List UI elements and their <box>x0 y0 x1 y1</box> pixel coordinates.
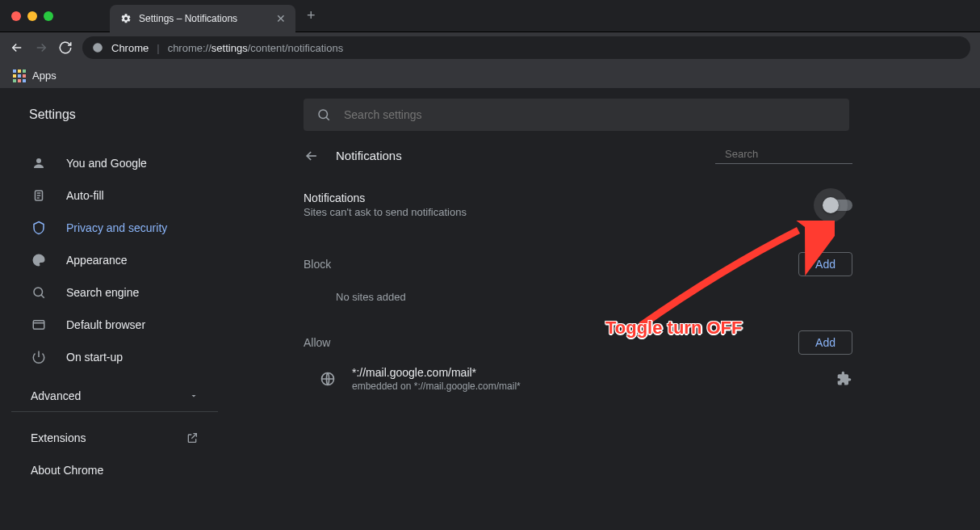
sidebar-item-label: Appearance <box>66 254 128 267</box>
sidebar-item-appearance[interactable]: Appearance <box>11 244 218 276</box>
allow-section-header: Allow Add <box>304 330 852 355</box>
apps-bookmark[interactable]: Apps <box>32 69 57 82</box>
sidebar-item-label: Search engine <box>66 286 139 299</box>
browser-tab[interactable]: Settings – Notifications ✕ <box>110 5 295 32</box>
address-bar[interactable]: Chrome | chrome://settings/content/notif… <box>82 36 970 59</box>
annotation-text: Toggle turn OFF <box>605 318 742 339</box>
allow-label: Allow <box>304 336 330 349</box>
back-button[interactable] <box>10 40 24 55</box>
external-link-icon <box>186 431 199 444</box>
allow-list-item[interactable]: *://mail.google.com/mail* embedded on *:… <box>304 355 852 403</box>
tab-title: Settings – Notifications <box>139 13 270 24</box>
person-icon <box>31 156 47 170</box>
panel-back-button[interactable] <box>304 148 320 164</box>
sidebar-item-default-browser[interactable]: Default browser <box>11 309 218 341</box>
globe-icon <box>320 371 336 387</box>
sidebar-item-search-engine[interactable]: Search engine <box>11 276 218 309</box>
browser-toolbar: Chrome | chrome://settings/content/notif… <box>0 32 980 63</box>
new-tab-button[interactable]: + <box>307 7 316 24</box>
palette-icon <box>31 253 47 267</box>
sidebar-item-privacy[interactable]: Privacy and security <box>11 212 218 244</box>
toggle-title: Notifications <box>304 191 467 204</box>
sidebar-item-label: Auto-fill <box>66 189 104 202</box>
sidebar-item-label: You and Google <box>66 157 147 170</box>
allow-item-text: *://mail.google.com/mail* embedded on *:… <box>352 366 521 392</box>
shield-icon <box>31 221 47 235</box>
url-text: chrome://settings/content/notifications <box>168 42 344 54</box>
panel-search-input[interactable] <box>725 148 861 160</box>
sidebar-item-label: On start-up <box>66 351 123 364</box>
sidebar: You and Google Auto-fill Privacy and sec… <box>11 141 218 486</box>
window-zoom-button[interactable] <box>44 11 53 21</box>
window-minimize-button[interactable] <box>27 11 37 21</box>
svg-rect-5 <box>33 321 44 330</box>
traffic-lights <box>11 11 53 21</box>
sidebar-item-about[interactable]: About Chrome <box>11 454 218 486</box>
notifications-panel: Notifications Notifications Sites can't … <box>304 141 852 403</box>
settings-page: Settings You and Google Auto-fill Privac… <box>11 89 980 530</box>
sidebar-item-on-startup[interactable]: On start-up <box>11 341 218 373</box>
apps-icon <box>13 69 26 82</box>
url-divider: | <box>157 42 159 54</box>
panel-wrap: Notifications Notifications Sites can't … <box>218 141 980 486</box>
allow-item-embedded: embedded on *://mail.google.com/mail* <box>352 381 521 392</box>
window-titlebar: Settings – Notifications ✕ + <box>0 0 980 32</box>
chevron-down-icon <box>189 391 199 401</box>
main-layout: You and Google Auto-fill Privacy and sec… <box>11 141 980 486</box>
search-icon <box>31 285 47 300</box>
tab-close-button[interactable]: ✕ <box>276 12 286 25</box>
svg-point-2 <box>36 158 41 163</box>
panel-header: Notifications <box>304 141 852 180</box>
svg-point-4 <box>34 288 43 297</box>
notifications-toggle-row: Notifications Sites can't ask to send no… <box>304 180 852 229</box>
panel-title: Notifications <box>336 149 402 162</box>
notifications-toggle[interactable] <box>825 200 852 211</box>
about-label: About Chrome <box>31 464 103 477</box>
panel-search[interactable] <box>715 147 852 164</box>
advanced-label: Advanced <box>31 389 81 402</box>
settings-header: Settings <box>11 89 980 141</box>
settings-search-input[interactable] <box>344 108 836 121</box>
site-info-icon[interactable] <box>92 42 103 53</box>
search-icon <box>316 107 331 122</box>
bookmarks-bar: Apps <box>0 63 980 89</box>
svg-point-1 <box>319 110 328 119</box>
sidebar-item-autofill[interactable]: Auto-fill <box>11 179 218 212</box>
settings-search[interactable] <box>304 99 849 131</box>
toggle-thumb <box>823 197 839 213</box>
toggle-subtitle: Sites can't ask to send notifications <box>304 206 467 218</box>
block-empty-text: No sites added <box>304 276 852 308</box>
browser-icon <box>31 318 47 332</box>
block-label: Block <box>304 258 331 271</box>
allow-add-button[interactable]: Add <box>798 330 852 355</box>
sidebar-item-you-and-google[interactable]: You and Google <box>11 147 218 179</box>
window-close-button[interactable] <box>11 11 21 21</box>
gear-icon <box>119 12 132 25</box>
extensions-label: Extensions <box>31 431 86 444</box>
sidebar-item-extensions[interactable]: Extensions <box>11 422 218 454</box>
sidebar-item-label: Default browser <box>66 318 145 331</box>
forward-button[interactable] <box>34 40 48 55</box>
page-title: Settings <box>29 107 304 122</box>
sidebar-footer: Extensions About Chrome <box>11 412 218 486</box>
sidebar-item-label: Privacy and security <box>66 221 167 234</box>
url-scheme: Chrome <box>111 42 149 54</box>
reload-button[interactable] <box>58 40 73 55</box>
power-icon <box>31 350 47 364</box>
toggle-text: Notifications Sites can't ask to send no… <box>304 191 467 218</box>
allow-item-pattern: *://mail.google.com/mail* <box>352 366 521 379</box>
sidebar-advanced[interactable]: Advanced <box>11 380 218 412</box>
clipboard-icon <box>31 188 47 203</box>
block-add-button[interactable]: Add <box>798 252 852 276</box>
svg-point-0 <box>93 43 103 53</box>
extension-icon[interactable] <box>836 371 852 387</box>
block-section-header: Block Add <box>304 252 852 276</box>
